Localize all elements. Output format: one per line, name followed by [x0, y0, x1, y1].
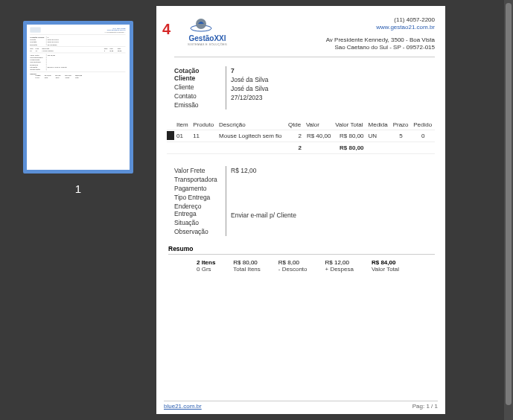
th-descricao: Descrição — [217, 120, 286, 130]
value-endereco-entrega — [231, 202, 435, 211]
value-situacao: Enviar e-mail p/ Cliente — [231, 211, 435, 220]
label-frete: Valor Frete — [174, 166, 221, 175]
cell-valor: R$ 40,00 — [304, 130, 333, 141]
header-address-1: Av Presidente Kennedy, 3500 - Boa Vista — [326, 36, 435, 44]
label-tipo-entrega: Tipo Entrega — [174, 193, 221, 202]
label-cliente: Cliente — [174, 83, 221, 92]
document-header: GestãoXXI SISTEMAS E SOLUÇÕES (11) 4057-… — [174, 16, 435, 57]
logo-subtitle: SISTEMAS E SOLUÇÕES — [188, 42, 227, 46]
document-footer: blue21.com.br Pag: 1 / 1 — [164, 401, 438, 410]
summary-total-l: Valor Total — [372, 266, 399, 273]
th-item: Item — [174, 120, 191, 130]
value-tipo-entrega — [231, 193, 435, 202]
cell-produto: 11 — [191, 130, 217, 141]
header-address-2: Sao Caetano do Sul - SP - 09572-015 — [326, 44, 435, 51]
vertical-scrollbar[interactable] — [504, 0, 513, 420]
cell-pedido: 0 — [411, 130, 435, 141]
document-page: 4 GestãoXXI SISTEMAS E SOLUÇÕES (11) 405… — [156, 6, 445, 414]
label-emissao: Emissão — [174, 101, 221, 109]
table-total-row: 2 R$ 80,00 — [167, 141, 435, 153]
thumbnail-selected[interactable]: (11) 4057-2200www.gestao21.com.brAv Pres… — [23, 21, 133, 174]
th-qtde: Qtde — [286, 120, 304, 130]
summary-items: 2 Itens — [197, 259, 215, 266]
summary-title: Resumo — [168, 245, 435, 255]
annotation-number: 4 — [162, 21, 171, 38]
company-logo: GestãoXXI SISTEMAS E SOLUÇÕES — [188, 16, 227, 46]
th-valor-total: Valor Total — [333, 120, 366, 130]
thumbnail-sidebar: (11) 4057-2200www.gestao21.com.brAv Pres… — [0, 0, 156, 420]
scrollbar-thumb[interactable] — [506, 3, 512, 405]
thumbnail-page-number: 1 — [75, 182, 81, 195]
th-valor: Valor — [304, 120, 333, 130]
th-produto: Produto — [191, 120, 217, 130]
label-pagamento: Pagamento — [174, 184, 221, 193]
summary-weight: 0 Grs — [197, 266, 211, 273]
items-table: Item Produto Descrição Qtde Valor Valor … — [167, 120, 435, 154]
footer-site: blue21.com.br — [164, 403, 202, 410]
cell-item: 01 — [174, 130, 191, 141]
cell-prazo: 5 — [391, 130, 412, 141]
label-contato: Contato — [174, 92, 221, 101]
label-situacao: Situação — [174, 218, 221, 227]
th-medida: Medida — [366, 120, 391, 130]
summary-expense-l: + Despesa — [325, 266, 354, 273]
summary-expense-v: R$ 12,00 — [325, 259, 354, 266]
thumbnail-page-1[interactable]: (11) 4057-2200www.gestao21.com.brAv Pres… — [27, 25, 130, 170]
summary-discount-v: R$ 8,00 — [278, 259, 308, 266]
header-website: www.gestao21.com.br — [326, 24, 435, 31]
label-endereco-entrega: Endereço Entrega — [174, 202, 221, 218]
value-contato: José da Silva — [231, 84, 435, 93]
logo-text: GestãoXXI — [188, 34, 227, 42]
document-viewport[interactable]: 4 GestãoXXI SISTEMAS E SOLUÇÕES (11) 405… — [156, 0, 513, 420]
summary-total-items-l: Total Itens — [233, 266, 260, 273]
value-pagamento — [231, 184, 435, 193]
table-row: 01 11 Mouse Logitech sem fio 2 R$ 40,00 … — [167, 130, 435, 141]
cell-medida: UN — [366, 130, 391, 141]
footer-page-number: Pag: 1 / 1 — [412, 403, 438, 410]
cell-valor-total: R$ 80,00 — [333, 130, 366, 141]
value-emissao: 27/12/2023 — [231, 93, 435, 102]
th-pedido: Pedido — [411, 120, 435, 130]
value-cotacao: 7 — [231, 67, 235, 74]
header-phone: (11) 4057-2200 — [326, 16, 435, 24]
table-header-row: Item Produto Descrição Qtde Valor Valor … — [167, 120, 435, 130]
value-frete: R$ 12,00 — [231, 166, 435, 175]
cell-qtde: 2 — [286, 130, 304, 141]
summary-section: 2 Itens 0 Grs R$ 80,00 Total Itens R$ 8,… — [197, 259, 435, 273]
summary-discount-l: - Desconto — [278, 266, 308, 273]
label-observacao: Observação — [174, 227, 221, 236]
value-observacao — [231, 220, 435, 229]
shipping-section: Valor Frete Transportadora Pagamento Tip… — [174, 166, 435, 236]
value-transportadora — [231, 175, 435, 184]
value-cliente: José da Silva — [231, 75, 435, 84]
th-prazo: Prazo — [391, 120, 412, 130]
label-cotacao: Cotação Cliente — [174, 67, 200, 82]
total-qtde: 2 — [286, 141, 304, 153]
total-valor-total: R$ 80,00 — [333, 141, 366, 153]
cell-descricao: Mouse Logitech sem fio — [217, 130, 286, 141]
product-thumb — [167, 130, 174, 141]
summary-total-items-v: R$ 80,00 — [233, 259, 260, 266]
summary-total-v: R$ 84,00 — [372, 259, 399, 266]
quote-info-section: Cotação Cliente Cliente Contato Emissão … — [174, 66, 435, 109]
label-transportadora: Transportadora — [174, 175, 221, 184]
